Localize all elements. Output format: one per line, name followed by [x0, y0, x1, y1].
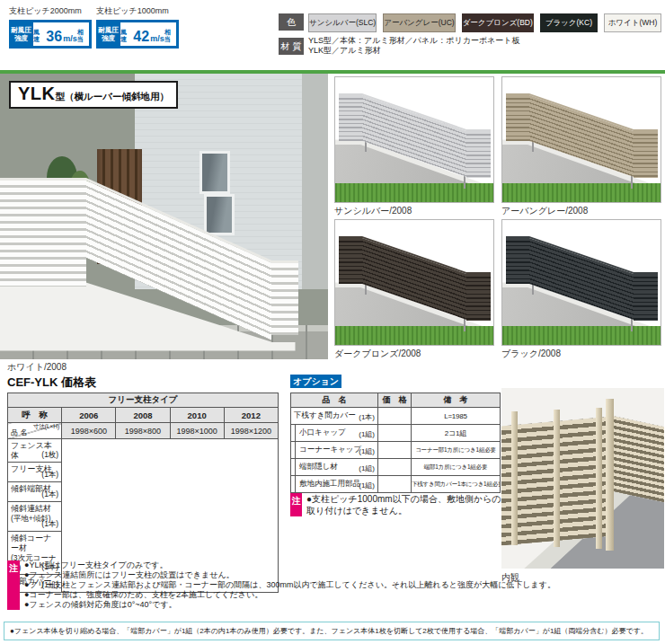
window — [204, 194, 235, 235]
opt-col-remark: 備 考 — [412, 393, 501, 408]
variant-photo-urbangray — [501, 76, 661, 203]
options-note: 注 ●支柱ピッチ1000mm以下の場合、敷地側からの取り付けはできません。 — [290, 493, 504, 516]
fence-panel-right — [466, 129, 491, 177]
wind-speed-value: 風速 36 m/s 相当 — [33, 22, 89, 46]
color-swatch-urbangray: アーバングレー(UC) — [383, 13, 455, 32]
fence-panel-right — [271, 260, 298, 335]
fence-panel-left — [506, 236, 529, 284]
price-col-2010: 2010 — [170, 408, 224, 423]
fence-post — [554, 410, 560, 547]
color-swatch-darkbronze: ダークブロンズ(BD) — [462, 13, 534, 32]
pitch-spec-1000: 支柱ピッチ1000mm 耐風圧 強度 風速 42 m/s 相当 — [96, 5, 179, 49]
material-line-ylk: YLK型／アルミ形材 — [308, 46, 520, 56]
option-name: 端部隠し材 (1組) — [291, 459, 378, 476]
price-type-header: フリー支柱タイプ — [8, 393, 279, 408]
catalog-page: 支柱ピッチ2000mm 耐風圧 強度 風速 36 m/s 相当 支柱ピッチ100… — [0, 0, 665, 644]
option-name: 敷地内施工用部品 (1組) — [291, 476, 378, 493]
opt-col-price: 価 格 — [378, 393, 412, 408]
wind-resistance-badge: 耐風圧 強度 風速 36 m/s 相当 — [9, 20, 92, 49]
option-price — [378, 442, 412, 459]
variant-caption: ブラック/2008 — [501, 348, 561, 360]
options-title: オプション — [290, 375, 341, 388]
size-cell: 1998×600 — [62, 423, 116, 439]
option-price — [378, 408, 412, 425]
opt-col-name: 品 名 — [291, 393, 378, 408]
options-table: 品 名 価 格 備 考 下桟すき間カバー (1本) L=1985 小口キャップ … — [290, 393, 501, 493]
option-remark: 2コ1組 — [412, 425, 501, 442]
variant-photo-darkbronze — [334, 219, 494, 346]
fence-post — [511, 411, 518, 545]
price-table-title: CEF-YLK 価格表 — [7, 375, 96, 391]
note-list: ●YLK型はフリー支柱タイプのみです。 ●フェンス連結箇所にはフリー支柱の設置は… — [24, 560, 555, 610]
interior-photo — [501, 388, 664, 569]
fence-panel-left — [506, 93, 529, 141]
fence-panel-left — [0, 178, 86, 287]
diag-item-name: 品 名 — [11, 428, 27, 437]
price-notes: 注 ●YLK型はフリー支柱タイプのみです。 ●フェンス連結箇所にはフリー支柱の設… — [7, 560, 555, 610]
variant-caption: ダークブロンズ/2008 — [334, 348, 421, 360]
option-price — [378, 476, 412, 493]
note-line: ●コーナー部は、強度確保のため、支柱を2本施工してください。 — [24, 590, 555, 600]
size-cell: 1998×800 — [116, 423, 170, 439]
material-line-yls: YLS型／本体：アルミ形材／パネル：ポリカーボネート板 — [308, 36, 520, 46]
product-title-main: YLK — [18, 84, 56, 103]
price-col-2012: 2012 — [224, 408, 278, 423]
wind-resistance-badge: 耐風圧 強度 風速 42 m/s 相当 — [96, 20, 179, 49]
price-col-header: 呼 称 — [8, 408, 62, 423]
pitch-label: 支柱ピッチ2000mm — [9, 5, 92, 17]
option-name: コーナーキャップ (1組) — [291, 442, 378, 459]
material-label: 材 質 — [279, 38, 304, 55]
house-wall-edge — [302, 74, 328, 289]
price-row-name: 傾斜端部材 (1本) — [8, 482, 62, 502]
variant-photo-black — [501, 219, 661, 346]
footer-note: ●フェンス本体を切り縮める場合、「端部カバー」が1組（2本の内1本のみ使用）必要… — [4, 622, 660, 640]
fence-panel-right — [634, 272, 658, 320]
note-line: ●YLK型はフリー支柱タイプのみです。 — [24, 560, 555, 570]
color-swatch-white: ホワイト(WH) — [604, 13, 661, 32]
wind-speed-value: 風速 42 m/s 相当 — [120, 22, 176, 46]
note-line: ●フェンスの傾斜対応角度は0°~40°です。 — [24, 600, 555, 610]
option-price — [378, 459, 412, 476]
wind-badge-title: 耐風圧 強度 — [9, 20, 33, 49]
option-remark: コーナー部1カ所につき1組必要 — [412, 442, 501, 459]
options-note-text: ●支柱ピッチ1000mm以下の場合、敷地側からの取り付けはできません。 — [306, 493, 502, 516]
price-col-2006: 2006 — [62, 408, 116, 423]
price-row-name: 傾斜連結材 (平地+傾斜) (1本) — [8, 502, 62, 532]
diagonal-header-cell: 品 名 寸法(L×H) — [8, 423, 62, 439]
note-badge: 注 — [7, 560, 20, 610]
product-title-sub: 型（横ルーバー傾斜地用） — [56, 91, 170, 101]
fence-panel-right — [634, 129, 658, 177]
window — [200, 151, 230, 194]
main-photo: YLK型（横ルーバー傾斜地用） — [0, 74, 328, 359]
price-row-name: フリー支柱 (1本) — [8, 463, 62, 482]
grass — [502, 183, 661, 202]
color-swatch-black: ブラック(KC) — [540, 13, 598, 32]
note-badge: 注 — [290, 493, 302, 516]
fence-panel-left — [339, 93, 362, 141]
grass — [502, 326, 661, 345]
fence-post — [606, 399, 614, 551]
variant-photo-sunsilver — [334, 76, 494, 203]
option-remark: 端部1カ所につき1組必要 — [412, 459, 501, 476]
price-col-2008: 2008 — [116, 408, 170, 423]
option-remark: L=1985 — [412, 408, 501, 425]
option-name: 下桟すき間カバー (1本) — [291, 408, 378, 425]
color-swatch-row: サンシルバー(SLC) アーバングレー(UC) ダークブロンズ(BD) ブラック… — [308, 13, 661, 32]
size-cell: 1998×1000 — [170, 423, 224, 439]
variant-caption: サンシルバー/2008 — [334, 205, 412, 217]
pitch-label: 支柱ピッチ1000mm — [96, 5, 179, 17]
wind-badge-title: 耐風圧 強度 — [96, 20, 120, 49]
pitch-spec-2000: 支柱ピッチ2000mm 耐風圧 強度 風速 36 m/s 相当 — [9, 5, 92, 49]
main-photo-caption: ホワイト/2008 — [7, 361, 66, 374]
fence-panel-interior-right — [608, 415, 664, 502]
size-cell: 1998×1200 — [224, 423, 278, 439]
product-title-box: YLK型（横ルーバー傾斜地用） — [9, 81, 178, 109]
note-line: ●フリー支柱とフェンス連結部および端部・コーナー部の間隔は、300mm以内で施工… — [24, 580, 555, 590]
interior-caption: 内観 — [501, 571, 519, 584]
fence-panel-left — [339, 236, 362, 284]
grass — [335, 326, 493, 345]
diag-size: 寸法(L×H) — [33, 423, 59, 431]
fence-panel-right — [466, 272, 491, 320]
note-line: ●フェンス連結箇所にはフリー支柱の設置はできません。 — [24, 570, 555, 580]
option-remark: 下桟すき間カバー1本につき1組必要 — [412, 476, 501, 493]
